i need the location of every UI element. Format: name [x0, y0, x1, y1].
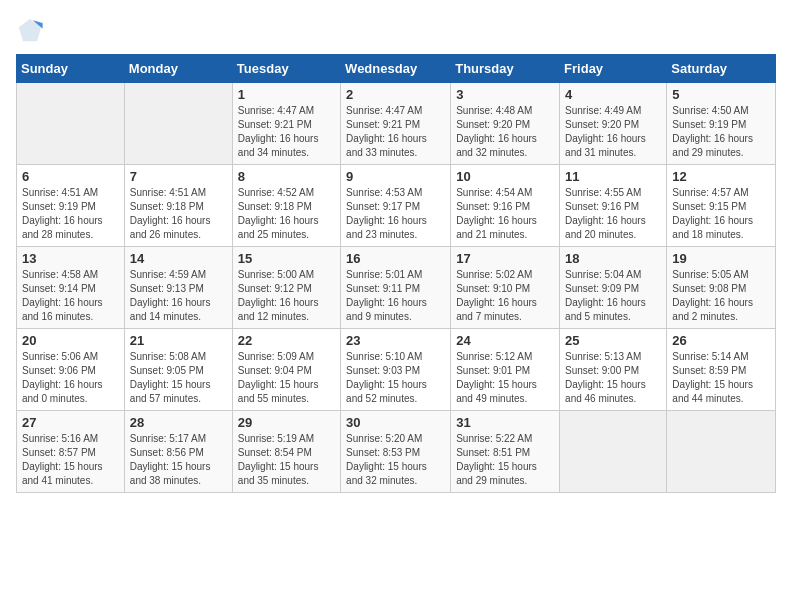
day-number: 2	[346, 87, 445, 102]
day-number: 7	[130, 169, 227, 184]
calendar-cell: 12Sunrise: 4:57 AM Sunset: 9:15 PM Dayli…	[667, 165, 776, 247]
calendar-week-row: 20Sunrise: 5:06 AM Sunset: 9:06 PM Dayli…	[17, 329, 776, 411]
calendar-table: SundayMondayTuesdayWednesdayThursdayFrid…	[16, 54, 776, 493]
calendar-cell: 9Sunrise: 4:53 AM Sunset: 9:17 PM Daylig…	[341, 165, 451, 247]
logo	[16, 16, 48, 44]
weekday-header-monday: Monday	[124, 55, 232, 83]
weekday-header-tuesday: Tuesday	[232, 55, 340, 83]
day-number: 25	[565, 333, 661, 348]
day-info: Sunrise: 4:54 AM Sunset: 9:16 PM Dayligh…	[456, 186, 554, 242]
day-info: Sunrise: 4:59 AM Sunset: 9:13 PM Dayligh…	[130, 268, 227, 324]
day-info: Sunrise: 4:53 AM Sunset: 9:17 PM Dayligh…	[346, 186, 445, 242]
calendar-cell: 28Sunrise: 5:17 AM Sunset: 8:56 PM Dayli…	[124, 411, 232, 493]
calendar-cell: 2Sunrise: 4:47 AM Sunset: 9:21 PM Daylig…	[341, 83, 451, 165]
day-info: Sunrise: 4:47 AM Sunset: 9:21 PM Dayligh…	[238, 104, 335, 160]
calendar-cell: 22Sunrise: 5:09 AM Sunset: 9:04 PM Dayli…	[232, 329, 340, 411]
weekday-header-row: SundayMondayTuesdayWednesdayThursdayFrid…	[17, 55, 776, 83]
calendar-cell	[124, 83, 232, 165]
calendar-week-row: 27Sunrise: 5:16 AM Sunset: 8:57 PM Dayli…	[17, 411, 776, 493]
day-info: Sunrise: 5:16 AM Sunset: 8:57 PM Dayligh…	[22, 432, 119, 488]
day-info: Sunrise: 4:50 AM Sunset: 9:19 PM Dayligh…	[672, 104, 770, 160]
day-number: 1	[238, 87, 335, 102]
day-info: Sunrise: 5:19 AM Sunset: 8:54 PM Dayligh…	[238, 432, 335, 488]
day-info: Sunrise: 4:47 AM Sunset: 9:21 PM Dayligh…	[346, 104, 445, 160]
calendar-cell: 4Sunrise: 4:49 AM Sunset: 9:20 PM Daylig…	[560, 83, 667, 165]
day-number: 30	[346, 415, 445, 430]
day-info: Sunrise: 5:12 AM Sunset: 9:01 PM Dayligh…	[456, 350, 554, 406]
weekday-header-saturday: Saturday	[667, 55, 776, 83]
day-number: 10	[456, 169, 554, 184]
logo-icon	[16, 16, 44, 44]
day-info: Sunrise: 5:14 AM Sunset: 8:59 PM Dayligh…	[672, 350, 770, 406]
day-info: Sunrise: 5:22 AM Sunset: 8:51 PM Dayligh…	[456, 432, 554, 488]
day-info: Sunrise: 5:00 AM Sunset: 9:12 PM Dayligh…	[238, 268, 335, 324]
day-number: 17	[456, 251, 554, 266]
day-number: 27	[22, 415, 119, 430]
day-number: 3	[456, 87, 554, 102]
day-number: 4	[565, 87, 661, 102]
day-number: 18	[565, 251, 661, 266]
day-info: Sunrise: 5:09 AM Sunset: 9:04 PM Dayligh…	[238, 350, 335, 406]
calendar-cell: 20Sunrise: 5:06 AM Sunset: 9:06 PM Dayli…	[17, 329, 125, 411]
day-number: 31	[456, 415, 554, 430]
day-info: Sunrise: 5:05 AM Sunset: 9:08 PM Dayligh…	[672, 268, 770, 324]
day-number: 23	[346, 333, 445, 348]
day-number: 11	[565, 169, 661, 184]
day-info: Sunrise: 5:13 AM Sunset: 9:00 PM Dayligh…	[565, 350, 661, 406]
day-info: Sunrise: 5:04 AM Sunset: 9:09 PM Dayligh…	[565, 268, 661, 324]
day-info: Sunrise: 4:49 AM Sunset: 9:20 PM Dayligh…	[565, 104, 661, 160]
calendar-cell: 24Sunrise: 5:12 AM Sunset: 9:01 PM Dayli…	[451, 329, 560, 411]
calendar-cell	[667, 411, 776, 493]
calendar-cell: 10Sunrise: 4:54 AM Sunset: 9:16 PM Dayli…	[451, 165, 560, 247]
calendar-week-row: 1Sunrise: 4:47 AM Sunset: 9:21 PM Daylig…	[17, 83, 776, 165]
day-info: Sunrise: 5:20 AM Sunset: 8:53 PM Dayligh…	[346, 432, 445, 488]
day-number: 22	[238, 333, 335, 348]
day-info: Sunrise: 4:57 AM Sunset: 9:15 PM Dayligh…	[672, 186, 770, 242]
weekday-header-friday: Friday	[560, 55, 667, 83]
day-number: 15	[238, 251, 335, 266]
day-number: 29	[238, 415, 335, 430]
day-info: Sunrise: 5:10 AM Sunset: 9:03 PM Dayligh…	[346, 350, 445, 406]
day-info: Sunrise: 4:51 AM Sunset: 9:18 PM Dayligh…	[130, 186, 227, 242]
calendar-cell: 21Sunrise: 5:08 AM Sunset: 9:05 PM Dayli…	[124, 329, 232, 411]
calendar-cell: 31Sunrise: 5:22 AM Sunset: 8:51 PM Dayli…	[451, 411, 560, 493]
day-info: Sunrise: 5:02 AM Sunset: 9:10 PM Dayligh…	[456, 268, 554, 324]
weekday-header-thursday: Thursday	[451, 55, 560, 83]
calendar-cell: 11Sunrise: 4:55 AM Sunset: 9:16 PM Dayli…	[560, 165, 667, 247]
day-info: Sunrise: 4:55 AM Sunset: 9:16 PM Dayligh…	[565, 186, 661, 242]
calendar-cell: 16Sunrise: 5:01 AM Sunset: 9:11 PM Dayli…	[341, 247, 451, 329]
calendar-cell: 13Sunrise: 4:58 AM Sunset: 9:14 PM Dayli…	[17, 247, 125, 329]
calendar-cell: 19Sunrise: 5:05 AM Sunset: 9:08 PM Dayli…	[667, 247, 776, 329]
calendar-cell: 30Sunrise: 5:20 AM Sunset: 8:53 PM Dayli…	[341, 411, 451, 493]
weekday-header-wednesday: Wednesday	[341, 55, 451, 83]
calendar-cell: 26Sunrise: 5:14 AM Sunset: 8:59 PM Dayli…	[667, 329, 776, 411]
calendar-cell: 29Sunrise: 5:19 AM Sunset: 8:54 PM Dayli…	[232, 411, 340, 493]
day-number: 6	[22, 169, 119, 184]
day-info: Sunrise: 5:08 AM Sunset: 9:05 PM Dayligh…	[130, 350, 227, 406]
day-info: Sunrise: 4:51 AM Sunset: 9:19 PM Dayligh…	[22, 186, 119, 242]
calendar-cell: 15Sunrise: 5:00 AM Sunset: 9:12 PM Dayli…	[232, 247, 340, 329]
calendar-cell	[17, 83, 125, 165]
calendar-cell: 18Sunrise: 5:04 AM Sunset: 9:09 PM Dayli…	[560, 247, 667, 329]
day-info: Sunrise: 4:48 AM Sunset: 9:20 PM Dayligh…	[456, 104, 554, 160]
day-number: 5	[672, 87, 770, 102]
calendar-cell: 7Sunrise: 4:51 AM Sunset: 9:18 PM Daylig…	[124, 165, 232, 247]
day-info: Sunrise: 5:17 AM Sunset: 8:56 PM Dayligh…	[130, 432, 227, 488]
day-number: 20	[22, 333, 119, 348]
header	[16, 16, 776, 44]
calendar-cell: 23Sunrise: 5:10 AM Sunset: 9:03 PM Dayli…	[341, 329, 451, 411]
day-info: Sunrise: 4:58 AM Sunset: 9:14 PM Dayligh…	[22, 268, 119, 324]
calendar-cell: 14Sunrise: 4:59 AM Sunset: 9:13 PM Dayli…	[124, 247, 232, 329]
calendar-cell: 17Sunrise: 5:02 AM Sunset: 9:10 PM Dayli…	[451, 247, 560, 329]
calendar-week-row: 13Sunrise: 4:58 AM Sunset: 9:14 PM Dayli…	[17, 247, 776, 329]
day-info: Sunrise: 5:06 AM Sunset: 9:06 PM Dayligh…	[22, 350, 119, 406]
calendar-cell	[560, 411, 667, 493]
calendar-cell: 1Sunrise: 4:47 AM Sunset: 9:21 PM Daylig…	[232, 83, 340, 165]
day-number: 16	[346, 251, 445, 266]
day-number: 26	[672, 333, 770, 348]
day-number: 13	[22, 251, 119, 266]
calendar-cell: 25Sunrise: 5:13 AM Sunset: 9:00 PM Dayli…	[560, 329, 667, 411]
calendar-week-row: 6Sunrise: 4:51 AM Sunset: 9:19 PM Daylig…	[17, 165, 776, 247]
day-number: 14	[130, 251, 227, 266]
day-number: 9	[346, 169, 445, 184]
